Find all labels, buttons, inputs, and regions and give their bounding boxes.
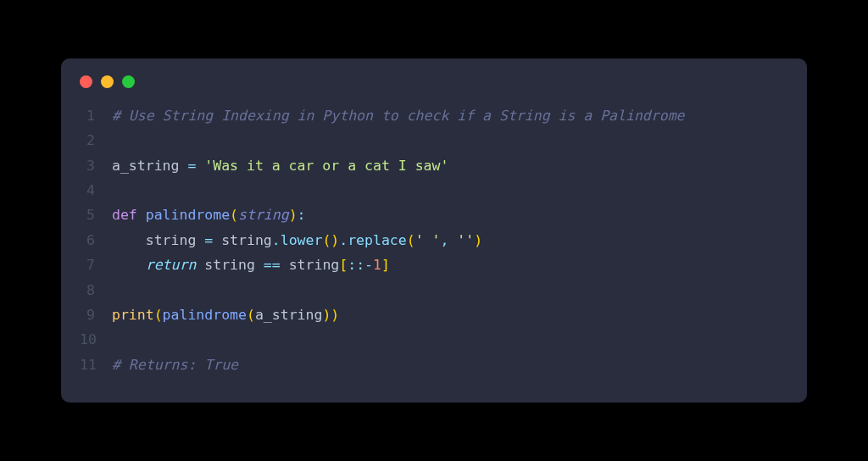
token: .: [272, 232, 281, 248]
token: def: [112, 207, 146, 223]
code-content: a_string = 'Was it a car or a cat I saw': [112, 153, 788, 178]
code-line: 5def palindrome(string):: [80, 203, 788, 227]
token: (: [247, 307, 255, 323]
token: a_string: [255, 307, 322, 323]
token: [112, 257, 146, 273]
token: [: [339, 257, 348, 273]
token: string: [213, 232, 272, 248]
token: ==: [264, 257, 281, 273]
token: [448, 232, 457, 248]
token: string: [238, 207, 289, 223]
line-number: 3: [80, 153, 112, 178]
code-line: 4: [80, 178, 788, 203]
token: ): [474, 232, 482, 248]
code-content: def palindrome(string):: [112, 203, 788, 227]
line-number: 10: [80, 327, 112, 352]
token: palindrome: [146, 207, 230, 223]
token: palindrome: [163, 307, 247, 323]
token: lower: [281, 232, 323, 248]
code-content: [112, 278, 788, 303]
token: =: [187, 158, 196, 174]
code-window: 1# Use String Indexing in Python to chec…: [61, 58, 807, 403]
minimize-icon[interactable]: [101, 75, 114, 88]
code-line: 8: [80, 278, 788, 303]
code-content: # Returns: True: [112, 353, 788, 377]
token: string: [281, 257, 340, 273]
token: ::: [348, 257, 364, 273]
token: )): [322, 307, 339, 323]
code-content: [112, 128, 788, 153]
code-content: [112, 178, 788, 203]
code-content: return string == string[::-1]: [112, 253, 788, 277]
token: replace: [348, 232, 407, 248]
maximize-icon[interactable]: [122, 75, 135, 88]
token: -: [364, 257, 373, 273]
code-line: 1# Use String Indexing in Python to chec…: [80, 103, 788, 128]
code-line: 9print(palindrome(a_string)): [80, 303, 788, 327]
window-titlebar: [61, 58, 807, 98]
token: .: [339, 232, 348, 248]
line-number: 7: [80, 253, 112, 277]
token: 1: [373, 257, 381, 273]
token: # Use String Indexing in Python to check…: [112, 108, 685, 124]
token: (: [407, 232, 415, 248]
token: (): [322, 232, 339, 248]
token: string: [112, 232, 204, 248]
token: print: [112, 307, 154, 323]
code-line: 7 return string == string[::-1]: [80, 253, 788, 277]
line-number: 5: [80, 203, 112, 227]
token: string: [196, 257, 263, 273]
token: :: [298, 207, 306, 223]
token: =: [204, 232, 213, 248]
code-content: print(palindrome(a_string)): [112, 303, 788, 327]
line-number: 8: [80, 278, 112, 303]
line-number: 9: [80, 303, 112, 327]
line-number: 6: [80, 228, 112, 253]
token: 'Was it a car or a cat I saw': [204, 158, 448, 174]
line-number: 4: [80, 178, 112, 203]
line-number: 1: [80, 103, 112, 128]
token: # Returns: True: [112, 357, 238, 373]
code-content: string = string.lower().replace(' ', ''): [112, 228, 788, 253]
token: return: [146, 257, 197, 273]
token: (: [154, 307, 163, 323]
token: a_string: [112, 158, 187, 174]
token: ,: [440, 232, 448, 248]
code-line: 3a_string = 'Was it a car or a cat I saw…: [80, 153, 788, 178]
code-line: 6 string = string.lower().replace(' ', '…: [80, 228, 788, 253]
code-line: 10: [80, 327, 788, 352]
code-content: [112, 327, 788, 352]
code-line: 2: [80, 128, 788, 153]
token: ): [289, 207, 298, 223]
close-icon[interactable]: [80, 75, 92, 88]
code-line: 11# Returns: True: [80, 353, 788, 377]
token: (: [230, 207, 238, 223]
token: ' ': [415, 232, 441, 248]
code-area: 1# Use String Indexing in Python to chec…: [61, 98, 807, 377]
line-number: 2: [80, 128, 112, 153]
line-number: 11: [80, 353, 112, 377]
token: ]: [381, 257, 390, 273]
code-content: # Use String Indexing in Python to check…: [112, 103, 788, 128]
token: '': [457, 232, 474, 248]
token: [196, 158, 204, 174]
